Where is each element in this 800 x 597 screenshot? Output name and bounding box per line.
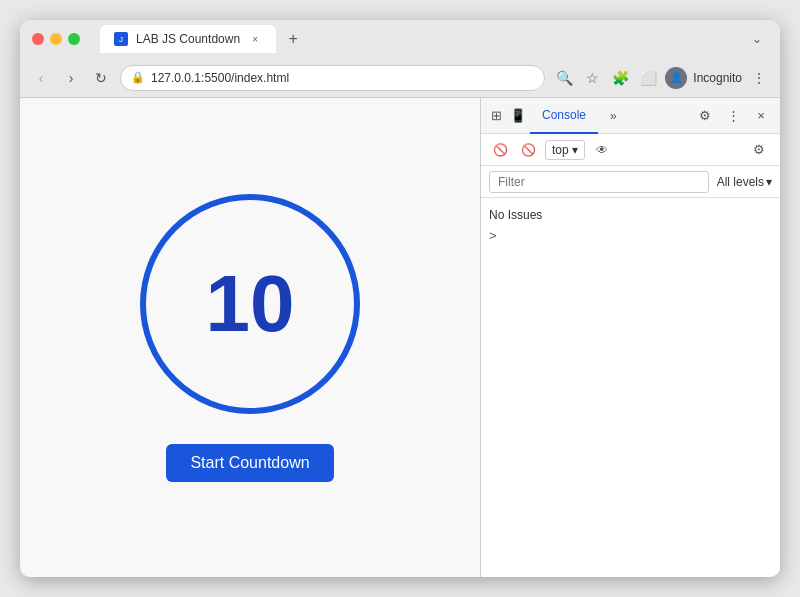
devtools-settings-button[interactable]: ⚙ xyxy=(692,103,718,129)
tab-title: LAB JS Countdown xyxy=(136,32,240,46)
levels-label: All levels xyxy=(717,175,764,189)
devtools-actions: ⚙ ⋮ × xyxy=(692,103,774,129)
toolbar: ‹ › ↻ 🔒 127.0.0.1:5500/index.html 🔍 ☆ 🧩 … xyxy=(20,58,780,98)
browser-tab[interactable]: J LAB JS Countdown × xyxy=(100,25,276,53)
minimize-button[interactable] xyxy=(50,33,62,45)
devtools-toolbar: 🚫 🚫 top ▾ 👁 ⚙ xyxy=(481,134,780,166)
profile-button[interactable]: 👤 xyxy=(665,67,687,89)
browser-window: J LAB JS Countdown × + ⌄ ‹ › ↻ 🔒 127.0.0… xyxy=(20,20,780,577)
prompt-symbol: > xyxy=(489,228,497,243)
devtools-toolbar-settings-icon[interactable]: ⚙ xyxy=(746,137,772,163)
context-select[interactable]: top ▾ xyxy=(545,140,585,160)
levels-chevron-icon: ▾ xyxy=(766,175,772,189)
countdown-number: 10 xyxy=(206,258,295,350)
filter-input[interactable] xyxy=(489,171,709,193)
tab-favicon: J xyxy=(114,32,128,46)
tab-more[interactable]: » xyxy=(598,98,629,134)
devtools-panel: ⊞ 📱 Console » ⚙ ⋮ × 🚫 🚫 top ▾ 👁 xyxy=(480,98,780,577)
url-bar[interactable]: 🔒 127.0.0.1:5500/index.html xyxy=(120,65,545,91)
countdown-circle: 10 xyxy=(140,194,360,414)
devtools-filter: All levels ▾ xyxy=(481,166,780,198)
devtools-more-button[interactable]: ⋮ xyxy=(720,103,746,129)
device-toolbar-icon[interactable]: 📱 xyxy=(506,104,530,127)
traffic-lights xyxy=(32,33,80,45)
window-controls: ⌄ xyxy=(746,30,768,48)
maximize-button[interactable] xyxy=(68,33,80,45)
devtools-console: No Issues > xyxy=(481,198,780,577)
window-chevron-icon[interactable]: ⌄ xyxy=(746,30,768,48)
devtools-close-button[interactable]: × xyxy=(748,103,774,129)
levels-select[interactable]: All levels ▾ xyxy=(717,175,772,189)
element-picker-icon[interactable]: ⊞ xyxy=(487,104,506,127)
incognito-label: Incognito xyxy=(693,71,742,85)
lock-icon: 🔒 xyxy=(131,71,145,84)
bookmark-icon[interactable]: ☆ xyxy=(581,67,603,89)
clear-console-icon[interactable]: 🚫 xyxy=(489,139,511,161)
new-tab-button[interactable]: + xyxy=(282,28,304,50)
no-issues-text: No Issues xyxy=(489,206,772,224)
webpage: 10 Start Countdown xyxy=(20,98,480,577)
forward-button[interactable]: › xyxy=(60,67,82,89)
cast-icon[interactable]: ⬜ xyxy=(637,67,659,89)
context-label: top xyxy=(552,143,569,157)
title-bar: J LAB JS Countdown × + ⌄ xyxy=(20,20,780,58)
menu-button[interactable]: ⋮ xyxy=(748,67,770,89)
reload-button[interactable]: ↻ xyxy=(90,67,112,89)
start-countdown-button[interactable]: Start Countdown xyxy=(166,444,333,482)
back-button[interactable]: ‹ xyxy=(30,67,52,89)
filter-icon[interactable]: 🚫 xyxy=(517,139,539,161)
content-area: 10 Start Countdown ⊞ 📱 Console » ⚙ ⋮ × 🚫 xyxy=(20,98,780,577)
url-text: 127.0.0.1:5500/index.html xyxy=(151,71,289,85)
tab-console[interactable]: Console xyxy=(530,98,598,134)
toolbar-actions: 🔍 ☆ 🧩 ⬜ 👤 Incognito ⋮ xyxy=(553,67,770,89)
devtools-tabs: ⊞ 📱 Console » ⚙ ⋮ × xyxy=(481,98,780,134)
close-button[interactable] xyxy=(32,33,44,45)
tab-bar: J LAB JS Countdown × + xyxy=(100,25,738,53)
console-prompt[interactable]: > xyxy=(489,228,772,243)
extensions-icon[interactable]: 🧩 xyxy=(609,67,631,89)
tab-close-button[interactable]: × xyxy=(248,32,262,46)
eye-icon[interactable]: 👁 xyxy=(591,139,613,161)
context-chevron-icon: ▾ xyxy=(572,143,578,157)
search-icon[interactable]: 🔍 xyxy=(553,67,575,89)
